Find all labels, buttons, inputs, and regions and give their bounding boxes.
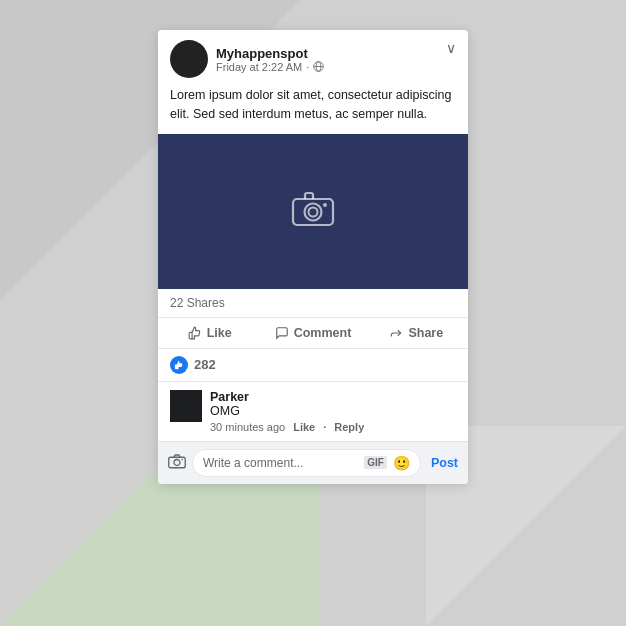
emoji-button[interactable]: 🙂 [393, 455, 410, 471]
action-bar: Like Comment Share [158, 318, 468, 349]
comment-icon [275, 326, 289, 340]
camera-icon [168, 453, 186, 469]
like-reaction-badge [170, 356, 188, 374]
header-info: Myhappenspot Friday at 2:22 AM · [216, 46, 456, 73]
gif-button[interactable]: GIF [364, 456, 387, 469]
commenter-avatar [170, 390, 202, 422]
comment-reply-btn[interactable]: Reply [334, 421, 364, 433]
svg-point-6 [323, 203, 327, 207]
comment-time: 30 minutes ago [210, 421, 285, 433]
thumbsup-filled-icon [174, 360, 184, 370]
thumbsup-icon [188, 326, 202, 340]
post-header: Myhappenspot Friday at 2:22 AM · ∨ [158, 30, 468, 86]
username: Myhappenspot [216, 46, 456, 61]
svg-point-4 [305, 204, 322, 221]
comment-input[interactable] [203, 456, 358, 470]
comment-meta: 30 minutes ago Like · Reply [210, 421, 456, 433]
comment-row: Parker OMG 30 minutes ago Like · Reply [158, 382, 468, 442]
share-label: Share [408, 326, 443, 340]
globe-icon [313, 61, 324, 72]
comment-label: Comment [294, 326, 352, 340]
svg-point-5 [309, 208, 318, 217]
avatar [170, 40, 208, 78]
comment-separator: · [323, 421, 326, 433]
svg-point-9 [182, 458, 184, 460]
like-button[interactable]: Like [158, 320, 261, 346]
more-options-button[interactable]: ∨ [446, 40, 456, 56]
attach-photo-button[interactable] [168, 453, 186, 473]
post-image [158, 134, 468, 289]
comment-input-wrapper: GIF 🙂 [192, 449, 421, 477]
meta-separator: · [306, 61, 309, 73]
comment-button[interactable]: Comment [261, 320, 364, 346]
svg-point-8 [174, 459, 180, 465]
post-comment-button[interactable]: Post [431, 456, 458, 470]
post-text: Lorem ipsum dolor sit amet, consectetur … [158, 86, 468, 134]
share-button[interactable]: Share [365, 320, 468, 346]
like-label: Like [207, 326, 232, 340]
commenter-name: Parker [210, 390, 456, 404]
write-comment-row: GIF 🙂 Post [158, 442, 468, 484]
post-meta: Friday at 2:22 AM · [216, 61, 456, 73]
comment-text: OMG [210, 404, 456, 418]
post-time: Friday at 2:22 AM [216, 61, 302, 73]
post-card: Myhappenspot Friday at 2:22 AM · ∨ Lorem… [158, 30, 468, 484]
share-icon [389, 326, 403, 340]
comment-body: Parker OMG 30 minutes ago Like · Reply [210, 390, 456, 433]
reaction-count: 282 [194, 357, 216, 372]
reactions-row: 282 [158, 349, 468, 382]
camera-placeholder-icon [291, 191, 335, 231]
comment-like-btn[interactable]: Like [293, 421, 315, 433]
share-count: 22 Shares [158, 289, 468, 318]
